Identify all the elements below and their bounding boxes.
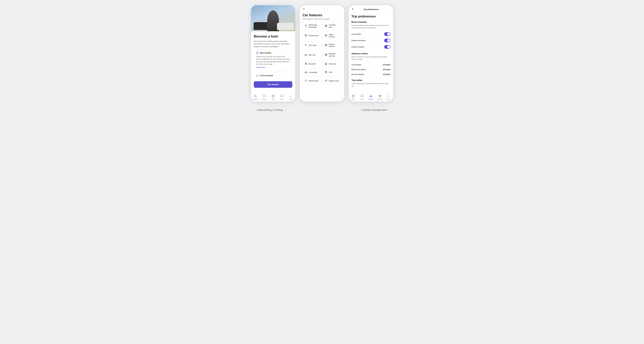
- blindspot-icon: [324, 53, 328, 57]
- toggle-delivery-locations[interactable]: [384, 39, 390, 42]
- subtitle-text: Join thousands of hosts earning more tha…: [254, 40, 292, 48]
- section-trip-buffer: Trip buffer Automatically block requests…: [352, 79, 390, 87]
- svg-point-8: [306, 25, 306, 25]
- pref-label-car-advance: Car location: [352, 64, 361, 66]
- feature-bluetooth[interactable]: Bluetooth: [302, 60, 321, 68]
- nav-search-label: Search: [253, 99, 258, 100]
- feature-apple-carplay[interactable]: Apple CarPlay: [323, 32, 342, 40]
- phone-onboarding: Become a host Join thousands of hosts ea…: [251, 5, 295, 102]
- feature-awd[interactable]: All-wheeldrive: [323, 22, 342, 30]
- nav-trips[interactable]: Trips: [269, 95, 278, 100]
- how-it-works-card: How it works Listing is free, and you ca…: [254, 50, 292, 71]
- feature-android-auto[interactable]: Android Auto: [302, 32, 321, 40]
- svg-point-35: [388, 96, 389, 96]
- phone-car-features: Car features What features make this car…: [300, 5, 344, 102]
- trips-icon: [272, 95, 274, 98]
- svg-point-34: [388, 96, 388, 96]
- toggle-car-location[interactable]: [384, 32, 390, 36]
- feature-label-apple-carplay: Apple CarPlay: [329, 34, 340, 38]
- feature-bike-rack[interactable]: Bike rack: [302, 51, 321, 59]
- svg-point-10: [326, 26, 326, 26]
- more-icon: [289, 95, 292, 98]
- feature-label-gps: GPS: [329, 71, 332, 74]
- bottom-nav: Trips Inbox Vehicles: [349, 93, 393, 102]
- wheelchair-icon: [304, 25, 307, 28]
- covered-card: You're covered: [254, 72, 292, 79]
- svg-point-24: [305, 73, 306, 73]
- pref-car-advance: Car location 12 hours: [352, 62, 390, 67]
- hero-car-right: [277, 23, 294, 30]
- business-icon: [378, 95, 381, 98]
- nav-favorites[interactable]: Favorites: [260, 95, 269, 100]
- nav-vehicles[interactable]: Vehicles: [366, 95, 375, 100]
- feature-keyless-entry[interactable]: Keyless entry: [323, 77, 342, 85]
- trips-icon: [352, 95, 355, 98]
- nav-inbox[interactable]: Inbox: [278, 95, 286, 100]
- nav-more-label: More: [289, 99, 292, 100]
- apple-carplay-icon: [324, 34, 328, 37]
- nav-more[interactable]: More: [286, 95, 295, 100]
- phone-trip-preferences: Trip preferences Trip preferences Book i…: [349, 5, 393, 102]
- feature-backup-camera[interactable]: Backupcamera: [323, 41, 342, 50]
- card-title: How it works: [256, 52, 290, 55]
- svg-rect-32: [380, 95, 381, 96]
- feature-heated-seats[interactable]: Heated seats: [302, 77, 321, 85]
- back-button[interactable]: [302, 8, 305, 11]
- hero-image: [251, 5, 295, 31]
- feature-wheelchair[interactable]: Wheelchairaccessible: [302, 22, 321, 30]
- bluetooth-icon: [304, 62, 307, 66]
- svg-point-5: [290, 96, 290, 96]
- nav-trips-label: Trips: [272, 99, 274, 100]
- svg-point-23: [326, 63, 326, 63]
- toggle-guests-location[interactable]: [384, 45, 390, 49]
- top-bar: [300, 5, 344, 12]
- heated-seats-icon: [304, 79, 307, 83]
- back-button[interactable]: [352, 8, 354, 11]
- nav-search[interactable]: Search: [251, 95, 260, 100]
- feature-convertible[interactable]: Convertible: [302, 69, 321, 76]
- feature-gps[interactable]: GPS: [323, 69, 342, 76]
- more-icon: [387, 95, 390, 98]
- pref-label-guests-advance: Guest's location: [352, 73, 364, 75]
- pref-value-guests-advance: 12 hours: [383, 73, 390, 75]
- nav-trips[interactable]: Trips: [349, 95, 358, 100]
- card-title-text: How it works: [260, 52, 271, 54]
- section-title-buffer: Trip buffer: [352, 79, 390, 82]
- svg-point-26: [326, 72, 326, 72]
- page-title: Trip preferences: [352, 15, 390, 18]
- bike-rack-icon: [304, 53, 307, 57]
- feature-aux[interactable]: AUX input: [302, 41, 321, 50]
- get-started-button[interactable]: Get started: [254, 81, 292, 88]
- feature-label-heated-seats: Heated seats: [308, 80, 318, 82]
- nav-inbox[interactable]: Inbox: [358, 95, 366, 100]
- pref-guests-location-toggle: Guest's location: [352, 44, 390, 50]
- svg-point-11: [305, 35, 307, 37]
- svg-rect-4: [272, 95, 274, 97]
- nav-vehicles-label: Vehicles: [368, 99, 373, 100]
- section-labels: Onboarding & listing Listing management: [253, 106, 391, 111]
- feature-label-backup-camera: Backupcamera: [329, 43, 334, 48]
- nav-trips-label: Trips: [352, 99, 355, 100]
- footer-right-label: Listing management: [362, 109, 387, 111]
- section-book-instantly: Book instantly Choose locations where tr…: [352, 21, 390, 50]
- learn-more-link[interactable]: Learn more: [256, 66, 265, 68]
- feature-blindspot[interactable]: Blindspotwarning: [323, 51, 342, 59]
- feature-label-android-auto: Android Auto: [308, 35, 318, 37]
- pref-label-car-location: Car location: [352, 33, 361, 35]
- svg-point-25: [306, 73, 307, 73]
- covered-icon: [256, 74, 259, 77]
- feature-child-seat[interactable]: Child seat: [323, 60, 342, 68]
- pref-guests-advance: Guest's location 12 hours: [352, 72, 390, 77]
- svg-point-20: [306, 55, 307, 56]
- top-bar: Trip preferences: [349, 5, 393, 13]
- section-title-advance: Advance notice: [352, 52, 390, 55]
- awd-icon: [324, 25, 328, 28]
- topbar-title: Trip preferences: [354, 8, 388, 11]
- feature-label-child-seat: Child seat: [329, 63, 336, 65]
- nav-inbox-label: Inbox: [280, 99, 284, 100]
- svg-point-7: [292, 96, 292, 96]
- nav-business[interactable]: Business: [375, 95, 384, 100]
- nav-more[interactable]: More: [384, 95, 393, 100]
- nav-business-label: Business: [377, 99, 382, 100]
- aux-icon: [304, 44, 307, 47]
